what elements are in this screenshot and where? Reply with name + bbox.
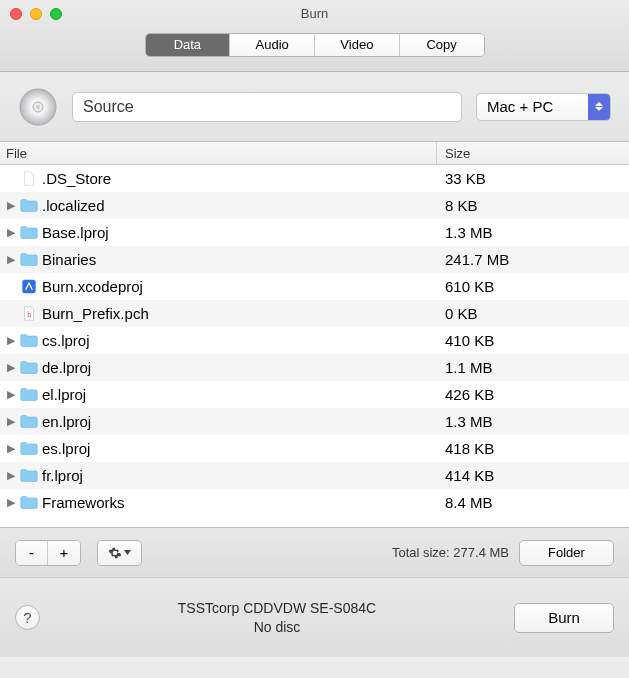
tab-video[interactable]: Video <box>315 34 400 56</box>
folder-icon <box>18 252 40 267</box>
table-row[interactable]: ▶Base.lproj1.3 MB <box>0 219 629 246</box>
filesystem-format-value: Mac + PC <box>487 98 553 115</box>
help-button[interactable]: ? <box>15 605 40 630</box>
table-row[interactable]: ▶de.lproj1.1 MB <box>0 354 629 381</box>
disclosure-triangle-icon[interactable]: ▶ <box>4 199 18 212</box>
table-row[interactable]: ▶.DS_Store33 KB <box>0 165 629 192</box>
folder-icon <box>18 360 40 375</box>
add-button[interactable]: + <box>48 541 80 565</box>
disc-name-input[interactable] <box>72 92 462 122</box>
header-file-icon: h <box>18 306 40 321</box>
total-size-label: Total size: 277.4 MB <box>392 545 509 560</box>
add-folder-button[interactable]: Folder <box>519 540 614 566</box>
disclosure-triangle-icon[interactable]: ▶ <box>4 442 18 455</box>
file-size: 414 KB <box>437 467 629 484</box>
table-row[interactable]: ▶cs.lproj410 KB <box>0 327 629 354</box>
file-size: 1.3 MB <box>437 413 629 430</box>
file-size: 610 KB <box>437 278 629 295</box>
disclosure-triangle-icon[interactable]: ▶ <box>4 415 18 428</box>
device-info: TSSTcorp CDDVDW SE-S084C No disc <box>40 599 514 637</box>
xcode-project-icon <box>18 279 40 294</box>
table-header: File Size <box>0 142 629 165</box>
table-row[interactable]: ▶en.lproj1.3 MB <box>0 408 629 435</box>
disclosure-triangle-icon[interactable]: ▶ <box>4 361 18 374</box>
file-name: en.lproj <box>42 413 91 430</box>
table-row[interactable]: ▶Binaries241.7 MB <box>0 246 629 273</box>
disc-icon <box>18 87 58 127</box>
tab-copy[interactable]: Copy <box>400 34 484 56</box>
disclosure-triangle-icon[interactable]: ▶ <box>4 469 18 482</box>
file-name: Frameworks <box>42 494 125 511</box>
file-name: es.lproj <box>42 440 90 457</box>
folder-icon <box>18 387 40 402</box>
file-name: .DS_Store <box>42 170 111 187</box>
folder-icon <box>18 414 40 429</box>
chevron-up-down-icon <box>588 94 610 120</box>
file-size: 8.4 MB <box>437 494 629 511</box>
file-name: el.lproj <box>42 386 86 403</box>
gear-icon <box>108 546 122 560</box>
action-menu-button[interactable] <box>98 541 141 565</box>
disclosure-triangle-icon[interactable]: ▶ <box>4 226 18 239</box>
disclosure-triangle-icon[interactable]: ▶ <box>4 334 18 347</box>
file-size: 410 KB <box>437 332 629 349</box>
disclosure-triangle-icon[interactable]: ▶ <box>4 253 18 266</box>
tab-audio[interactable]: Audio <box>230 34 315 56</box>
filesystem-format-select[interactable]: Mac + PC <box>476 93 611 121</box>
svg-text:h: h <box>27 310 31 319</box>
table-row[interactable]: ▶el.lproj426 KB <box>0 381 629 408</box>
table-row[interactable]: ▶fr.lproj414 KB <box>0 462 629 489</box>
file-name: Binaries <box>42 251 96 268</box>
file-name: .localized <box>42 197 105 214</box>
chevron-down-icon <box>124 550 131 555</box>
table-row[interactable]: ▶es.lproj418 KB <box>0 435 629 462</box>
file-name: Burn.xcodeproj <box>42 278 143 295</box>
column-header-file[interactable]: File <box>0 142 437 164</box>
window-title: Burn <box>0 0 629 21</box>
folder-icon <box>18 333 40 348</box>
file-size: 33 KB <box>437 170 629 187</box>
disclosure-triangle-icon[interactable]: ▶ <box>4 388 18 401</box>
file-size: 0 KB <box>437 305 629 322</box>
folder-icon <box>18 495 40 510</box>
titlebar: Burn DataAudioVideoCopy <box>0 0 629 72</box>
burn-bar: ? TSSTcorp CDDVDW SE-S084C No disc Burn <box>0 577 629 657</box>
file-size: 241.7 MB <box>437 251 629 268</box>
file-table: ▶.DS_Store33 KB▶.localized8 KB▶Base.lpro… <box>0 165 629 527</box>
file-size: 1.3 MB <box>437 224 629 241</box>
file-size: 426 KB <box>437 386 629 403</box>
file-name: cs.lproj <box>42 332 90 349</box>
table-row[interactable]: ▶.localized8 KB <box>0 192 629 219</box>
file-size: 8 KB <box>437 197 629 214</box>
table-row[interactable]: ▶hBurn_Prefix.pch0 KB <box>0 300 629 327</box>
folder-icon <box>18 441 40 456</box>
svg-point-2 <box>36 105 40 109</box>
table-row[interactable]: ▶Frameworks8.4 MB <box>0 489 629 516</box>
file-name: Base.lproj <box>42 224 109 241</box>
source-bar: Mac + PC <box>0 72 629 142</box>
device-status: No disc <box>40 618 514 637</box>
folder-icon <box>18 198 40 213</box>
disclosure-triangle-icon[interactable]: ▶ <box>4 496 18 509</box>
burn-button[interactable]: Burn <box>514 603 614 633</box>
file-name: de.lproj <box>42 359 91 376</box>
minimize-window-button[interactable] <box>30 8 42 20</box>
column-header-size[interactable]: Size <box>437 142 629 164</box>
file-size: 418 KB <box>437 440 629 457</box>
file-size: 1.1 MB <box>437 359 629 376</box>
folder-icon <box>18 468 40 483</box>
mode-tabs: DataAudioVideoCopy <box>145 33 485 57</box>
file-name: Burn_Prefix.pch <box>42 305 149 322</box>
zoom-window-button[interactable] <box>50 8 62 20</box>
blank-file-icon <box>18 171 40 186</box>
toolbar-bottom: - + Total size: 277.4 MB Folder <box>0 527 629 577</box>
close-window-button[interactable] <box>10 8 22 20</box>
folder-icon <box>18 225 40 240</box>
remove-button[interactable]: - <box>16 541 48 565</box>
tab-data[interactable]: Data <box>146 34 231 56</box>
device-name: TSSTcorp CDDVDW SE-S084C <box>40 599 514 618</box>
file-name: fr.lproj <box>42 467 83 484</box>
table-row[interactable]: ▶Burn.xcodeproj610 KB <box>0 273 629 300</box>
